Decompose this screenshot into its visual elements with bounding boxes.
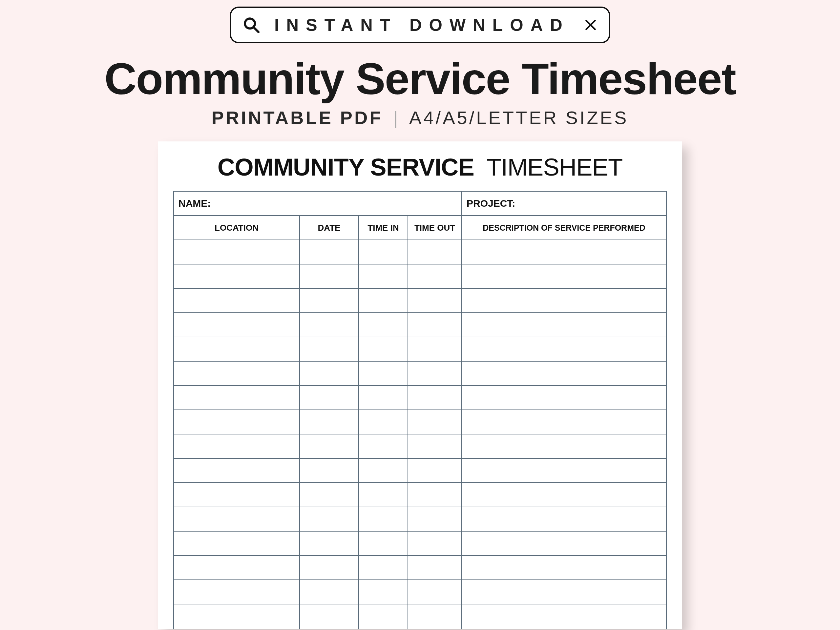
- search-text: INSTANT DOWNLOAD: [271, 15, 573, 35]
- table-cell: [359, 264, 408, 289]
- table-cell: [408, 410, 462, 434]
- table-cell: [408, 556, 462, 580]
- table-cell: [408, 507, 462, 532]
- table-cell: [174, 240, 300, 264]
- col-date: DATE: [300, 216, 359, 240]
- table-cell: [300, 434, 359, 459]
- table-cell: [174, 386, 300, 410]
- table-cell: [174, 507, 300, 532]
- table-cell: [408, 313, 462, 337]
- table-cell: [359, 386, 408, 410]
- search-pill[interactable]: INSTANT DOWNLOAD: [230, 6, 610, 43]
- table-cell: [462, 532, 666, 556]
- col-description: DESCRIPTION OF SERVICE PERFORMED: [462, 216, 666, 240]
- table-cell: [174, 362, 300, 386]
- table-cell: [462, 556, 666, 580]
- meta-row: NAME: PROJECT:: [174, 192, 666, 216]
- table-cell: [359, 605, 408, 629]
- table-cell: [174, 337, 300, 362]
- table-row: [174, 556, 666, 580]
- table-cell: [300, 362, 359, 386]
- table-cell: [174, 483, 300, 507]
- table-cell: [462, 386, 666, 410]
- table-cell: [359, 507, 408, 532]
- table-cell: [408, 483, 462, 507]
- table-row: [174, 459, 666, 483]
- page-subtitle: PRINTABLE PDF | A4/A5/LETTER SIZES: [212, 107, 629, 128]
- table-cell: [462, 264, 666, 289]
- table-cell: [300, 580, 359, 605]
- close-icon[interactable]: [584, 18, 597, 32]
- table-cell: [300, 240, 359, 264]
- table-row: [174, 362, 666, 386]
- table-row: [174, 532, 666, 556]
- sheet-title-light-text: TIMESHEET: [486, 153, 622, 181]
- table-cell: [300, 313, 359, 337]
- table-cell: [359, 337, 408, 362]
- table-row: [174, 507, 666, 532]
- table-cell: [359, 580, 408, 605]
- table-cell: [174, 605, 300, 629]
- table-cell: [300, 337, 359, 362]
- table-cell: [300, 289, 359, 313]
- table-cell: [300, 386, 359, 410]
- table-cell: [359, 459, 408, 483]
- table-row: [174, 264, 666, 289]
- table-cell: [174, 532, 300, 556]
- table-cell: [462, 605, 666, 629]
- table-cell: [174, 264, 300, 289]
- table-row: [174, 605, 666, 629]
- table-cell: [300, 556, 359, 580]
- table-row: [174, 289, 666, 313]
- table-cell: [359, 532, 408, 556]
- table-cell: [174, 410, 300, 434]
- table-cell: [359, 313, 408, 337]
- col-time-in: TIME IN: [359, 216, 408, 240]
- table-cell: [408, 459, 462, 483]
- subtitle-separator: |: [390, 107, 403, 128]
- table-cell: [174, 434, 300, 459]
- table-cell: [300, 532, 359, 556]
- table-cell: [359, 240, 408, 264]
- table-row: [174, 434, 666, 459]
- subtitle-bold: PRINTABLE PDF: [212, 107, 383, 128]
- table-cell: [408, 337, 462, 362]
- table-cell: [300, 410, 359, 434]
- table-cell: [462, 434, 666, 459]
- sheet-title-light: [480, 153, 486, 181]
- table-cell: [462, 507, 666, 532]
- table-row: [174, 386, 666, 410]
- table-cell: [462, 580, 666, 605]
- table-cell: [359, 410, 408, 434]
- table-cell: [408, 289, 462, 313]
- table-cell: [359, 483, 408, 507]
- table-cell: [359, 289, 408, 313]
- col-time-out: TIME OUT: [408, 216, 462, 240]
- table-cell: [462, 410, 666, 434]
- table-cell: [462, 459, 666, 483]
- table-cell: [408, 240, 462, 264]
- search-icon: [243, 16, 260, 33]
- header-row: LOCATION DATE TIME IN TIME OUT DESCRIPTI…: [174, 216, 666, 240]
- table-cell: [174, 289, 300, 313]
- col-location: LOCATION: [174, 216, 300, 240]
- table-cell: [462, 483, 666, 507]
- table-cell: [300, 459, 359, 483]
- table-cell: [300, 264, 359, 289]
- table-cell: [462, 313, 666, 337]
- table-cell: [408, 386, 462, 410]
- table-cell: [408, 362, 462, 386]
- timesheet-grid: NAME: PROJECT: LOCATION DATE TIME IN TIM…: [173, 191, 667, 629]
- timesheet-document: COMMUNITY SERVICE TIMESHEET NAME: PROJEC…: [158, 141, 682, 629]
- svg-line-1: [254, 28, 259, 32]
- table-cell: [300, 507, 359, 532]
- table-row: [174, 483, 666, 507]
- table-cell: [174, 580, 300, 605]
- table-row: [174, 410, 666, 434]
- table-cell: [462, 289, 666, 313]
- page-title: Community Service Timesheet: [104, 53, 736, 104]
- table-cell: [359, 556, 408, 580]
- name-field-label: NAME:: [174, 192, 462, 216]
- sheet-title: COMMUNITY SERVICE TIMESHEET: [173, 153, 667, 181]
- table-cell: [359, 434, 408, 459]
